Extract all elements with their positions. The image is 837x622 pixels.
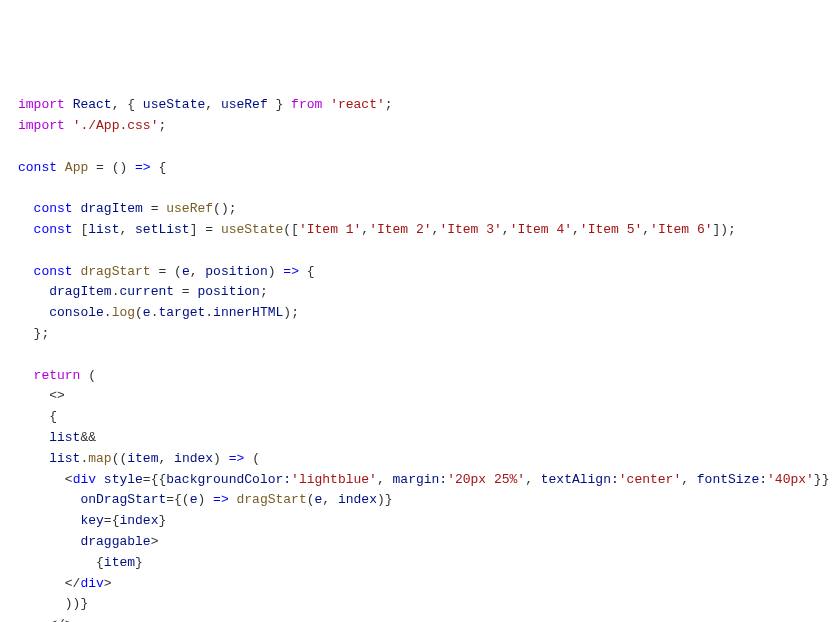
token-kw-purple: return	[34, 368, 81, 383]
token-plain: =	[143, 201, 166, 216]
code-line: const App = () => {	[18, 158, 819, 179]
token-ident: useState	[143, 97, 205, 112]
token-str: 'Item 2'	[369, 222, 431, 237]
code-line: onDragStart={(e) => dragStart(e, index)}	[18, 490, 819, 511]
token-ident: fontSize:	[697, 472, 767, 487]
token-plain: {	[96, 555, 104, 570]
code-line: return (	[18, 366, 819, 387]
token-ident: list	[49, 430, 80, 445]
token-plain: <	[65, 472, 73, 487]
token-str: 'center'	[619, 472, 681, 487]
token-kw-blue: const	[34, 201, 73, 216]
token-plain: (	[80, 368, 96, 383]
token-func: useRef	[166, 201, 213, 216]
code-line: const dragItem = useRef();	[18, 199, 819, 220]
token-kw-blue: const	[34, 264, 73, 279]
indent	[18, 284, 49, 299]
token-kw-purple: import	[18, 97, 65, 112]
token-func: useState	[221, 222, 283, 237]
token-plain: = ()	[88, 160, 135, 175]
code-line: key={index}	[18, 511, 819, 532]
token-plain: ,	[119, 222, 135, 237]
token-ident: current	[119, 284, 174, 299]
indent	[18, 472, 65, 487]
token-ident: onDragStart	[80, 492, 166, 507]
token-ident: dragItem	[80, 201, 142, 216]
indent	[18, 617, 49, 622]
token-plain: }	[268, 97, 291, 112]
token-kw-blue: div	[73, 472, 96, 487]
token-plain: ={	[104, 513, 120, 528]
code-line: <>	[18, 386, 819, 407]
code-line: const [list, setList] = useState(['Item …	[18, 220, 819, 241]
token-kw-blue: =>	[283, 264, 299, 279]
code-line: <div style={{backgroundColor:'lightblue'…	[18, 470, 819, 491]
token-plain: , {	[112, 97, 143, 112]
token-plain: );	[283, 305, 299, 320]
code-line: </div>	[18, 574, 819, 595]
token-kw-blue: div	[80, 576, 103, 591]
token-kw-blue: =>	[135, 160, 151, 175]
code-block: import React, { useState, useRef } from …	[18, 95, 819, 622]
token-func: dragStart	[237, 492, 307, 507]
code-line: import './App.css';	[18, 116, 819, 137]
token-plain: ;	[158, 118, 166, 133]
token-plain	[65, 118, 73, 133]
code-line	[18, 345, 819, 366]
token-plain	[57, 160, 65, 175]
token-ident: key	[80, 513, 103, 528]
token-str: 'Item 5'	[580, 222, 642, 237]
indent	[18, 305, 49, 320]
token-plain: )}	[377, 492, 393, 507]
token-str: 'lightblue'	[291, 472, 377, 487]
token-func: map	[88, 451, 111, 466]
indent	[18, 326, 34, 341]
token-plain: )	[213, 451, 229, 466]
code-line: const dragStart = (e, position) => {	[18, 262, 819, 283]
token-ident: React	[73, 97, 112, 112]
indent	[18, 409, 49, 424]
token-plain: }}	[814, 472, 830, 487]
token-plain: [	[73, 222, 89, 237]
token-plain: &&	[80, 430, 96, 445]
token-func: App	[65, 160, 88, 175]
token-ident: position	[205, 264, 267, 279]
token-ident: setList	[135, 222, 190, 237]
token-str: './App.css'	[73, 118, 159, 133]
token-plain	[229, 492, 237, 507]
token-plain: ();	[213, 201, 236, 216]
token-ident: target	[158, 305, 205, 320]
indent	[18, 534, 80, 549]
token-plain: {	[151, 160, 167, 175]
indent	[18, 492, 80, 507]
token-plain: ;	[385, 97, 393, 112]
token-ident: useRef	[221, 97, 268, 112]
code-line: ))}	[18, 594, 819, 615]
token-plain: ,	[681, 472, 697, 487]
code-line: import React, { useState, useRef } from …	[18, 95, 819, 116]
token-plain: = (	[151, 264, 182, 279]
token-ident: console	[49, 305, 104, 320]
code-line	[18, 241, 819, 262]
token-plain: ]);	[713, 222, 736, 237]
token-plain: ([	[283, 222, 299, 237]
code-line: };	[18, 324, 819, 345]
token-plain: ,	[322, 492, 338, 507]
code-line: dragItem.current = position;	[18, 282, 819, 303]
code-line	[18, 137, 819, 158]
token-plain: ;	[260, 284, 268, 299]
indent	[18, 513, 80, 528]
token-plain: )	[268, 264, 284, 279]
code-line: {	[18, 407, 819, 428]
indent	[18, 430, 49, 445]
token-ident: backgroundColor:	[166, 472, 291, 487]
token-plain: ,	[361, 222, 369, 237]
indent	[18, 368, 34, 383]
token-plain	[96, 472, 104, 487]
code-line: list.map((item, index) => (	[18, 449, 819, 470]
token-kw-blue: const	[34, 222, 73, 237]
indent	[18, 264, 34, 279]
token-plain: (	[307, 492, 315, 507]
token-plain: ,	[572, 222, 580, 237]
indent	[18, 201, 34, 216]
